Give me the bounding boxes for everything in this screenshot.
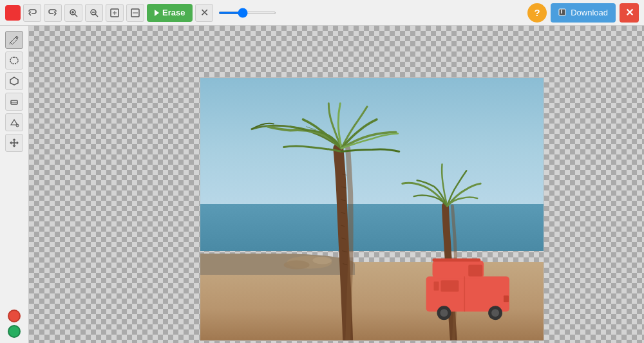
pencil-tool[interactable] xyxy=(5,31,23,49)
zoom-out-button[interactable] xyxy=(85,4,103,22)
lasso-tool[interactable] xyxy=(5,51,23,70)
svg-point-31 xyxy=(312,257,332,264)
eraser-tool[interactable] xyxy=(5,93,23,111)
polygon-icon xyxy=(9,76,19,86)
pencil-icon xyxy=(9,35,19,45)
svg-rect-35 xyxy=(440,280,459,292)
cancel-icon: ✕ xyxy=(200,6,209,19)
erase-label: Erase xyxy=(162,8,185,17)
move-icon xyxy=(9,138,19,148)
toolbar-right-buttons: ? Download ✕ xyxy=(527,3,639,23)
svg-rect-36 xyxy=(434,281,439,290)
zoom-reset-button[interactable] xyxy=(126,4,144,22)
toolbar-top: Erase ✕ ? Download ✕ xyxy=(0,0,644,26)
zoom-fit-button[interactable] xyxy=(106,4,124,22)
svg-line-14 xyxy=(10,42,10,44)
svg-line-6 xyxy=(95,14,98,17)
help-label: ? xyxy=(535,7,540,18)
help-button[interactable]: ? xyxy=(527,3,547,23)
canvas-area xyxy=(29,26,644,343)
svg-rect-41 xyxy=(504,295,509,302)
undo-button[interactable] xyxy=(23,4,41,22)
redo-button[interactable] xyxy=(44,4,62,22)
svg-line-3 xyxy=(75,14,77,17)
palm-trees-svg xyxy=(200,78,544,340)
download-label: Download xyxy=(571,8,608,17)
svg-point-30 xyxy=(284,261,310,270)
polygon-tool[interactable] xyxy=(5,72,23,90)
cancel-button[interactable]: ✕ xyxy=(195,4,213,22)
brush-size-slider-container xyxy=(218,12,276,14)
lasso-icon xyxy=(9,55,19,66)
download-icon xyxy=(558,8,567,17)
erase-button[interactable]: Erase xyxy=(147,4,193,22)
eraser-icon xyxy=(9,97,19,107)
play-icon xyxy=(155,10,159,16)
toolbar-left xyxy=(0,26,29,343)
svg-point-40 xyxy=(491,309,499,317)
fill-icon xyxy=(9,117,19,127)
color-green[interactable] xyxy=(8,325,21,338)
move-tool[interactable] xyxy=(5,134,23,152)
fill-tool[interactable] xyxy=(5,113,23,131)
color-red[interactable] xyxy=(8,310,21,322)
svg-rect-43 xyxy=(433,259,481,262)
brush-size-slider[interactable] xyxy=(218,12,276,14)
scene xyxy=(200,78,544,340)
download-button[interactable]: Download xyxy=(551,3,616,23)
close-button[interactable]: ✕ xyxy=(620,3,639,23)
svg-rect-34 xyxy=(468,265,482,277)
svg-rect-12 xyxy=(559,9,565,15)
zoom-in-button[interactable] xyxy=(64,4,82,22)
image-container[interactable] xyxy=(200,77,544,341)
app-logo xyxy=(5,5,21,21)
svg-marker-15 xyxy=(10,77,18,85)
close-icon: ✕ xyxy=(625,6,634,19)
svg-point-38 xyxy=(440,309,448,317)
